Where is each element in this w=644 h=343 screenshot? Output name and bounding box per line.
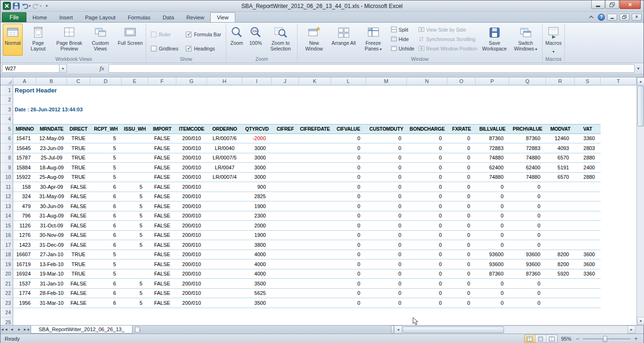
column-header-B[interactable]: B [36, 77, 67, 85]
cell-H21[interactable] [207, 279, 242, 289]
cell-M13[interactable]: 0 [366, 201, 407, 211]
row-header-1[interactable]: 1 [0, 85, 13, 95]
cell-S14[interactable] [575, 211, 601, 221]
cell-R13[interactable] [546, 201, 575, 211]
cell-H13[interactable] [207, 201, 242, 211]
cell-I5[interactable]: QTYRCVD [242, 124, 272, 134]
cell-O14[interactable]: 0 [447, 211, 476, 221]
save-workspace-button[interactable]: Save Workspace [479, 24, 510, 56]
cell-O15[interactable]: 0 [447, 221, 476, 231]
column-header-D[interactable]: D [90, 77, 122, 85]
row-header-11[interactable]: 11 [0, 182, 13, 192]
cell-O17[interactable]: 0 [447, 240, 476, 250]
cell-B14[interactable]: 31-Aug-09 [36, 211, 67, 221]
cell-B22[interactable]: 28-Feb-10 [36, 289, 67, 299]
undo-icon[interactable]: ▾ [21, 2, 31, 10]
ruler-checkbox[interactable]: Ruler [151, 28, 178, 41]
cell-K6[interactable] [299, 134, 331, 144]
cell-M11[interactable]: 0 [366, 182, 407, 192]
zoom-in-icon[interactable]: + [633, 336, 639, 342]
row-header-9[interactable]: 9 [0, 163, 13, 173]
cell-J22[interactable] [272, 289, 299, 299]
cell-P11[interactable]: 0 [476, 182, 509, 192]
row-header-20[interactable]: 20 [0, 269, 13, 279]
cell-K9[interactable] [299, 163, 331, 173]
column-header-G[interactable]: G [176, 77, 207, 85]
cell-D11[interactable]: 6 [90, 182, 122, 192]
cell-R17[interactable] [546, 240, 575, 250]
scroll-up-icon[interactable]: ▲ [637, 77, 644, 85]
cell-C20[interactable]: TRUE [67, 269, 90, 279]
cell-G23[interactable]: 200/010 [176, 298, 207, 308]
cell-B13[interactable]: 30-Jun-09 [36, 201, 67, 211]
cell-J16[interactable] [272, 231, 299, 241]
cell-N5[interactable]: BONDCHARGE [407, 124, 447, 134]
first-sheet-icon[interactable]: ◄◄ [0, 326, 8, 334]
cell-I18[interactable]: 4000 [242, 250, 272, 260]
cell-O9[interactable]: 0 [447, 163, 476, 173]
cell-D10[interactable]: 5 [90, 173, 122, 183]
cell-B6[interactable]: 12-May-09 [36, 134, 67, 144]
cell-H16[interactable] [207, 231, 242, 241]
cell-I11[interactable]: 900 [242, 182, 272, 192]
cell-R7[interactable]: 4093 [546, 143, 575, 153]
cell-H8[interactable]: LR/0007/5 [207, 153, 242, 163]
cell-P17[interactable]: 0 [476, 240, 509, 250]
cell-N12[interactable]: 0 [407, 192, 447, 202]
close-icon[interactable]: × [619, 0, 641, 9]
undo-dropdown-icon[interactable]: ▾ [29, 4, 31, 8]
cell-G9[interactable]: 200/010 [176, 163, 207, 173]
cell-C23[interactable]: FALSE [67, 298, 90, 308]
cell-C6[interactable]: TRUE [67, 134, 90, 144]
cell-I23[interactable]: 3500 [242, 298, 272, 308]
cell-L8[interactable]: 0 [331, 153, 366, 163]
cell-J7[interactable] [272, 143, 299, 153]
cell-N14[interactable]: 0 [407, 211, 447, 221]
cell-D22[interactable]: 6 [90, 289, 122, 299]
column-header-A[interactable]: A [13, 77, 36, 85]
cell-I9[interactable]: 3000 [242, 163, 272, 173]
prev-sheet-icon[interactable]: ◄ [8, 326, 16, 334]
cell-L23[interactable]: 0 [331, 298, 366, 308]
cell-O7[interactable]: 0 [447, 143, 476, 153]
cell-D23[interactable]: 6 [90, 298, 122, 308]
cell-J9[interactable] [272, 163, 299, 173]
cell-K20[interactable] [299, 269, 331, 279]
cell-M12[interactable]: 0 [366, 192, 407, 202]
cell-Q15[interactable]: 0 [509, 221, 546, 231]
cell-L22[interactable]: 0 [331, 289, 366, 299]
cell-D8[interactable]: 5 [90, 153, 122, 163]
select-all-corner[interactable] [0, 77, 13, 85]
cell-I17[interactable]: 3800 [242, 240, 272, 250]
save-icon[interactable] [12, 2, 20, 10]
cell-A13[interactable]: 479 [13, 201, 36, 211]
cell-S8[interactable]: 2880 [575, 153, 601, 163]
cell-J13[interactable] [272, 201, 299, 211]
cell-I12[interactable]: 2825 [242, 192, 272, 202]
cell-A8[interactable]: 15787 [13, 153, 36, 163]
qat-customize-icon[interactable]: ▾ [43, 2, 50, 10]
cell-K22[interactable] [299, 289, 331, 299]
cell-E16[interactable]: 5 [122, 231, 148, 241]
row-header-8[interactable]: 8 [0, 153, 13, 163]
column-header-K[interactable]: K [299, 77, 331, 85]
cell-E20[interactable] [122, 269, 148, 279]
cell-Q13[interactable]: 0 [509, 201, 546, 211]
cell-L11[interactable]: 0 [331, 182, 366, 192]
cell-I10[interactable]: 3000 [242, 173, 272, 183]
cell-J11[interactable] [272, 182, 299, 192]
cell-J20[interactable] [272, 269, 299, 279]
cell-A16[interactable]: 1276 [13, 231, 36, 241]
cell-I14[interactable]: 2300 [242, 211, 272, 221]
cell-C7[interactable]: TRUE [67, 143, 90, 153]
cell-J17[interactable] [272, 240, 299, 250]
workbook-restore-icon[interactable] [619, 14, 629, 21]
cell-M5[interactable]: CUSTOMDUTY [366, 124, 407, 134]
cell-S6[interactable]: 3360 [575, 134, 601, 144]
cell-J10[interactable] [272, 173, 299, 183]
cell-Q20[interactable]: 87360 [509, 269, 546, 279]
formula-bar-checkbox[interactable]: Formula Bar [186, 28, 221, 41]
column-header-L[interactable]: L [331, 77, 366, 85]
cell-E15[interactable]: 5 [122, 221, 148, 231]
cell-R6[interactable]: 12460 [546, 134, 575, 144]
